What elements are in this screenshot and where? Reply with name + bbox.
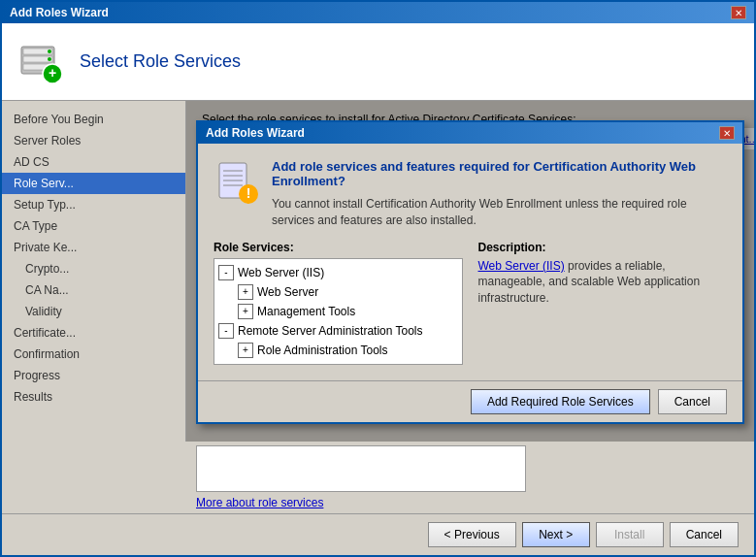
cancel-button[interactable]: Cancel [670, 522, 739, 547]
title-bar: Add Roles Wizard ✕ [2, 2, 754, 23]
sidebar-item-role-serv[interactable]: Role Serv... [2, 173, 185, 194]
previous-button[interactable]: < Previous [428, 522, 516, 547]
text-area-box [196, 445, 526, 492]
modal-title-bar: Add Roles Wizard ✕ [198, 122, 742, 144]
tree-expander-webserver[interactable]: + [238, 284, 253, 300]
tree-expander-mgmt[interactable]: + [238, 304, 253, 319]
sidebar-item-server-roles[interactable]: Server Roles [2, 130, 185, 151]
tree-label-mgmt: Management Tools [257, 305, 355, 318]
nav-footer: < Previous Next > Install Cancel [2, 513, 754, 555]
add-roles-modal: Add Roles Wizard ✕ [196, 120, 744, 424]
modal-overlay: Add Roles Wizard ✕ [186, 101, 754, 442]
sidebar-item-results[interactable]: Results [2, 386, 185, 408]
tree-item-remote-admin: - Remote Server Administration Tools [218, 321, 458, 341]
description-col-label: Description: [478, 241, 728, 254]
next-button[interactable]: Next > [522, 522, 590, 547]
role-services-col-label: Role Services: [214, 241, 463, 254]
svg-point-5 [48, 57, 51, 61]
text-area-section: More about role services [2, 442, 754, 513]
sidebar-item-before-you-begin[interactable]: Before You Begin [2, 109, 185, 130]
body-area: Before You Begin Server Roles AD CS Role… [2, 101, 754, 442]
sidebar-item-confirmation[interactable]: Confirmation [2, 344, 185, 365]
modal-columns: Role Services: - Web Server (IIS) [214, 241, 727, 365]
modal-right-column: Description: Web Server (IIS) provides a… [478, 241, 728, 365]
header-area: + Select Role Services [2, 23, 754, 101]
web-server-iis-link[interactable]: Web Server (IIS) [478, 259, 565, 273]
modal-body: ! Add role services and features require… [198, 144, 742, 380]
tree-item-web-server-iis: - Web Server (IIS) [218, 263, 458, 282]
modal-footer: Add Required Role Services Cancel [198, 380, 742, 422]
tree-expander-remote[interactable]: - [218, 323, 234, 339]
main-content: Select the role services to install for … [186, 101, 754, 442]
tree-label-remote: Remote Server Administration Tools [238, 324, 423, 338]
sidebar-item-progress[interactable]: Progress [2, 365, 185, 386]
modal-icon: ! [214, 159, 260, 206]
tree-label-iis: Web Server (IIS) [238, 266, 324, 279]
main-window: Add Roles Wizard ✕ + Select Ro [0, 0, 756, 557]
modal-header-row: ! Add role services and features require… [214, 159, 727, 229]
window-title: Add Roles Wizard [10, 6, 109, 19]
svg-text:!: ! [247, 185, 251, 201]
tree-expander-roleadmin[interactable]: + [238, 343, 253, 358]
tree-item-management-tools: + Management Tools [218, 302, 458, 321]
sidebar-item-validity[interactable]: Validity [2, 301, 185, 322]
role-services-tree: - Web Server (IIS) + Web Server [214, 258, 463, 365]
sidebar-item-ca-type[interactable]: CA Type [2, 215, 185, 237]
tree-item-web-server: + Web Server [218, 282, 458, 302]
sidebar-item-ad-cs[interactable]: AD CS [2, 151, 185, 173]
modal-heading: Add role services and features required … [272, 159, 727, 188]
header-icon: + [17, 39, 64, 85]
more-about-link[interactable]: More about role services [196, 496, 526, 509]
tree-item-role-admin: + Role Administration Tools [218, 341, 458, 360]
server-icon: + [17, 39, 64, 85]
sidebar-item-private-key[interactable]: Private Ke... [2, 237, 185, 258]
modal-close-button[interactable]: ✕ [719, 126, 735, 140]
modal-left-column: Role Services: - Web Server (IIS) [214, 241, 463, 365]
description-content: Web Server (IIS) provides a reliable, ma… [478, 258, 728, 307]
tree-expander-iis[interactable]: - [218, 265, 234, 280]
add-required-role-services-button[interactable]: Add Required Role Services [471, 389, 650, 414]
window-content: + Select Role Services Before You Begin … [2, 23, 754, 555]
sidebar: Before You Begin Server Roles AD CS Role… [2, 101, 186, 442]
svg-point-4 [48, 49, 51, 53]
sidebar-item-certificate[interactable]: Certificate... [2, 322, 185, 344]
modal-body-text: You cannot install Certification Authori… [272, 196, 727, 229]
page-title: Select Role Services [80, 51, 241, 72]
modal-title: Add Roles Wizard [206, 126, 305, 140]
sidebar-item-crypto[interactable]: Crypto... [2, 258, 185, 279]
tree-label-webserver: Web Server [257, 285, 318, 299]
sidebar-item-ca-name[interactable]: CA Na... [2, 279, 185, 301]
tree-label-roleadmin: Role Administration Tools [257, 344, 388, 357]
modal-header-text: Add role services and features required … [272, 159, 727, 229]
sidebar-item-setup-type[interactable]: Setup Typ... [2, 194, 185, 215]
install-button[interactable]: Install [596, 522, 664, 547]
modal-cancel-button[interactable]: Cancel [658, 389, 727, 414]
svg-text:+: + [49, 65, 56, 81]
window-close-button[interactable]: ✕ [731, 6, 746, 19]
